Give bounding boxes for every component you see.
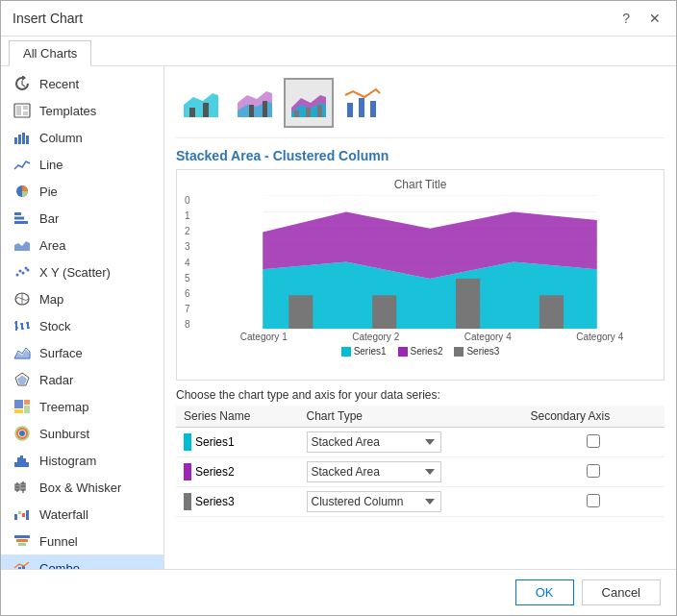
sidebar-item-sunburst[interactable]: Sunburst xyxy=(1,420,163,447)
svg-rect-11 xyxy=(14,221,28,224)
series-table-section: Choose the chart type and axis for your … xyxy=(176,388,664,517)
series1-color xyxy=(184,433,191,451)
sidebar-item-templates[interactable]: Templates xyxy=(1,97,163,124)
svg-rect-56 xyxy=(16,539,28,542)
sidebar-label-treemap: Treemap xyxy=(39,400,89,414)
table-row-series3: Series3 Stacked Area Clustered Column Li… xyxy=(176,487,664,517)
series2-type-cell: Stacked Area Clustered Column Line Bar A… xyxy=(299,457,523,487)
sidebar-item-pie[interactable]: Pie xyxy=(1,178,163,205)
radar-icon xyxy=(13,371,32,388)
y-axis: 8 7 6 5 4 3 2 1 0 xyxy=(185,195,204,330)
bar-icon xyxy=(13,209,32,227)
help-button[interactable]: ? xyxy=(618,9,634,28)
sidebar-item-area[interactable]: Area xyxy=(1,232,163,259)
area-icon xyxy=(13,236,32,254)
sidebar-item-column[interactable]: Column xyxy=(1,124,163,151)
legend-label-series1: Series1 xyxy=(354,346,387,357)
histogram-icon xyxy=(13,452,32,469)
tab-all-charts[interactable]: All Charts xyxy=(9,40,91,66)
series3-secondary-checkbox[interactable] xyxy=(587,494,600,507)
surface-icon xyxy=(13,344,32,361)
svg-rect-33 xyxy=(14,400,23,408)
svg-rect-9 xyxy=(14,212,21,215)
svg-rect-10 xyxy=(14,217,24,220)
svg-rect-40 xyxy=(14,462,17,467)
sidebar-label-scatter: X Y (Scatter) xyxy=(39,265,111,280)
content-area: Recent Templates Column Li xyxy=(1,66,676,569)
sidebar-item-map[interactable]: Map xyxy=(1,285,163,312)
sidebar-item-bar[interactable]: Bar xyxy=(1,205,163,232)
dialog-title: Insert Chart xyxy=(13,11,83,26)
chart-legend: Series1 Series2 Series3 xyxy=(185,346,656,357)
series1-secondary-cell xyxy=(523,428,664,457)
sidebar-item-treemap[interactable]: Treemap xyxy=(1,393,163,420)
sidebar-label-recent: Recent xyxy=(39,77,79,91)
sidebar-item-scatter[interactable]: X Y (Scatter) xyxy=(1,259,163,285)
svg-rect-62 xyxy=(189,108,195,117)
svg-point-37 xyxy=(19,431,25,436)
legend-color-series2 xyxy=(398,347,408,357)
close-button[interactable]: ✕ xyxy=(645,9,664,28)
svg-rect-43 xyxy=(23,458,26,467)
sidebar-item-combo[interactable]: Combo xyxy=(1,554,163,569)
column-icon xyxy=(13,129,32,146)
x-axis-labels: Category 1 Category 2 Category 4 Categor… xyxy=(208,332,656,342)
series1-name-cell: Series1 xyxy=(176,428,299,457)
series1-name: Series1 xyxy=(195,435,235,449)
series1-secondary-checkbox[interactable] xyxy=(587,434,600,448)
svg-point-17 xyxy=(27,269,30,272)
ok-button[interactable]: OK xyxy=(515,579,574,605)
sidebar-item-line[interactable]: Line xyxy=(1,151,163,178)
series2-secondary-checkbox[interactable] xyxy=(587,464,600,478)
scatter-icon xyxy=(13,263,32,281)
svg-rect-70 xyxy=(294,111,299,117)
chart-type-icons xyxy=(176,78,664,138)
sidebar-item-funnel[interactable]: Funnel xyxy=(1,528,163,554)
series3-name: Series3 xyxy=(195,495,235,508)
chart-icon-combo3[interactable] xyxy=(284,78,334,128)
series2-name-cell: Series2 xyxy=(176,457,299,487)
sidebar-item-waterfall[interactable]: Waterfall xyxy=(1,501,163,528)
funnel-icon xyxy=(13,532,32,550)
insert-chart-dialog: Insert Chart ? ✕ All Charts Recent xyxy=(0,0,677,616)
map-icon xyxy=(13,290,32,308)
sidebar-item-stock[interactable]: Stock xyxy=(1,312,163,339)
legend-series2: Series2 xyxy=(398,346,443,357)
svg-rect-67 xyxy=(263,101,267,117)
chart-icon-combo1[interactable] xyxy=(176,78,226,128)
sidebar-label-box-whisker: Box & Whisker xyxy=(39,480,121,495)
cancel-button[interactable]: Cancel xyxy=(582,579,661,605)
svg-rect-51 xyxy=(14,514,17,520)
series3-type-select[interactable]: Stacked Area Clustered Column Line Bar A… xyxy=(307,491,441,512)
chart-icon-combo4[interactable] xyxy=(338,78,388,128)
chart-icon-combo2[interactable] xyxy=(230,78,280,128)
sidebar-label-map: Map xyxy=(39,292,63,307)
legend-series3: Series3 xyxy=(454,346,499,357)
sidebar-item-histogram[interactable]: Histogram xyxy=(1,447,163,474)
sidebar-label-histogram: Histogram xyxy=(39,454,96,468)
sidebar-label-radar: Radar xyxy=(39,373,73,387)
sidebar-item-recent[interactable]: Recent xyxy=(1,70,163,97)
recent-icon xyxy=(13,75,32,92)
footer: OK Cancel xyxy=(1,569,676,615)
svg-rect-57 xyxy=(18,543,26,546)
title-bar: Insert Chart ? ✕ xyxy=(1,1,676,37)
sidebar: Recent Templates Column Li xyxy=(1,66,164,569)
waterfall-icon xyxy=(13,505,32,523)
sidebar-item-radar[interactable]: Radar xyxy=(1,366,163,393)
series2-color xyxy=(184,463,191,480)
chart-preview: Chart Title 8 7 6 5 4 3 2 1 0 xyxy=(176,169,664,381)
series3-name-cell: Series3 xyxy=(176,487,299,517)
series1-type-select[interactable]: Stacked Area Clustered Column Line Bar A… xyxy=(307,431,441,453)
svg-rect-88 xyxy=(372,295,396,329)
sidebar-item-surface[interactable]: Surface xyxy=(1,339,163,366)
series-table-prompt: Choose the chart type and axis for your … xyxy=(176,388,664,402)
legend-color-series3 xyxy=(454,347,464,357)
sidebar-item-box-whisker[interactable]: Box & Whisker xyxy=(1,474,163,501)
series-table: Series Name Chart Type Secondary Axis Se… xyxy=(176,406,664,517)
combo-icon xyxy=(13,559,32,569)
svg-rect-44 xyxy=(26,462,29,467)
svg-rect-75 xyxy=(370,101,376,117)
treemap-icon xyxy=(13,398,32,415)
series2-type-select[interactable]: Stacked Area Clustered Column Line Bar A… xyxy=(307,461,441,482)
